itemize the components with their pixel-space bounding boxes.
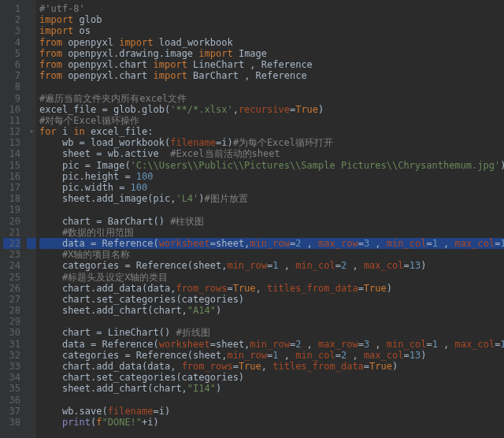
code-line[interactable]: from openpyxl import load_workbook — [39, 37, 504, 48]
code-line[interactable] — [39, 395, 504, 406]
code-line[interactable]: categories = Reference(sheet,min_row=1 ,… — [39, 350, 504, 361]
code-line[interactable]: excel_file = glob.glob('**/*.xlsx',recur… — [39, 104, 504, 115]
code-line[interactable]: print(f"DONE!"+i) — [39, 417, 504, 428]
line-number[interactable]: 31 — [3, 339, 20, 350]
code-line[interactable]: wb.save(filename=i) — [39, 406, 504, 417]
code-line[interactable]: categories = Reference(sheet,min_row=1 ,… — [39, 260, 504, 271]
code-line[interactable]: sheet.add_chart(chart,"A14") — [39, 305, 504, 316]
code-area[interactable]: #'utf-8'import globimport osfrom openpyx… — [36, 0, 504, 438]
code-line[interactable] — [39, 81, 504, 92]
token-op: = — [335, 260, 341, 271]
code-line[interactable]: #数据的引用范围 — [39, 227, 504, 238]
code-editor[interactable]: 1234567891011121314151617181920212223242… — [0, 0, 504, 438]
token-cmt: #X轴的项目名称 — [62, 249, 130, 260]
line-number-gutter[interactable]: 1234567891011121314151617181920212223242… — [0, 0, 27, 438]
code-line[interactable]: pic.width = 100 — [39, 182, 504, 193]
line-number[interactable]: 20 — [3, 216, 20, 227]
code-line[interactable]: chart = LineChart() #折线图 — [39, 327, 504, 338]
line-number[interactable]: 9 — [3, 93, 20, 104]
code-line[interactable]: wb = load_workbook(filename=i)#为每个Excel循… — [39, 137, 504, 148]
code-line[interactable]: #遍历当前文件夹内所有excel文件 — [39, 93, 504, 104]
line-number[interactable]: 18 — [3, 193, 20, 204]
line-number[interactable]: 29 — [3, 316, 20, 327]
line-number[interactable]: 38 — [3, 417, 20, 428]
code-line[interactable]: data = Reference(worksheet=sheet,min_row… — [39, 238, 504, 249]
line-number[interactable]: 17 — [3, 182, 20, 193]
code-line[interactable] — [39, 204, 504, 215]
token-id: data = Reference( — [62, 238, 159, 249]
code-line[interactable]: chart.set_categories(categories) — [39, 372, 504, 383]
line-number[interactable]: 23 — [3, 249, 20, 260]
line-number[interactable]: 25 — [3, 272, 20, 283]
code-line[interactable]: #标题头及设定X轴的类目 — [39, 272, 504, 283]
token-id: sheet = wb.active — [62, 148, 170, 159]
line-number[interactable]: 33 — [3, 361, 20, 372]
token-op: , — [369, 339, 387, 350]
token-num: 100 — [131, 182, 148, 193]
token-kw: from — [39, 48, 62, 59]
token-op: =sheet, — [210, 339, 250, 350]
token-op: = — [364, 361, 369, 372]
fold-marker[interactable]: ▾ — [27, 126, 36, 137]
line-number[interactable]: 30 — [3, 327, 20, 338]
token-num: 1 — [432, 238, 438, 249]
code-line[interactable]: from openpyxl.chart import BarChart , Re… — [39, 70, 504, 81]
line-number[interactable]: 10 — [3, 104, 20, 115]
code-line[interactable]: #X轴的项目名称 — [39, 249, 504, 260]
line-number[interactable]: 7 — [3, 70, 20, 81]
code-line[interactable]: import os — [39, 25, 504, 36]
line-number[interactable]: 28 — [3, 305, 20, 316]
line-number[interactable]: 26 — [3, 283, 20, 294]
code-line[interactable]: for i in excel_file: — [39, 126, 504, 137]
code-line[interactable]: chart.add_data(data,from_rows=True, titl… — [39, 283, 504, 294]
fold-marker — [27, 193, 36, 204]
line-number[interactable]: 27 — [3, 294, 20, 305]
code-line[interactable]: from openpyxl.drawing.image import Image — [39, 48, 504, 59]
line-number[interactable]: 16 — [3, 171, 20, 182]
fold-marker — [27, 70, 36, 81]
code-line[interactable]: pic.height = 100 — [39, 171, 504, 182]
line-number[interactable]: 4 — [3, 37, 20, 48]
code-line[interactable]: chart.add_data(data, from_rows=True, tit… — [39, 361, 504, 372]
line-number[interactable]: 19 — [3, 204, 20, 215]
token-arg: min_row — [227, 350, 267, 361]
code-line[interactable]: sheet = wb.active #Excel当前活动的sheet — [39, 148, 504, 159]
code-line[interactable] — [39, 316, 504, 327]
code-line[interactable]: pic = Image('C:\\Users\\Public\\Pictures… — [39, 160, 504, 171]
line-number[interactable]: 2 — [3, 14, 20, 25]
line-number[interactable]: 24 — [3, 260, 20, 271]
code-line[interactable]: data = Reference(worksheet=sheet,min_row… — [39, 339, 504, 350]
line-number[interactable]: 13 — [3, 137, 20, 148]
line-number[interactable]: 5 — [3, 48, 20, 59]
fold-column[interactable]: ▾ — [27, 0, 36, 438]
line-number[interactable]: 37 — [3, 406, 20, 417]
line-number[interactable]: 32 — [3, 350, 20, 361]
line-number[interactable]: 14 — [3, 148, 20, 159]
line-number[interactable]: 21 — [3, 227, 20, 238]
code-line[interactable]: import glob — [39, 14, 504, 25]
token-arg: worksheet — [159, 238, 210, 249]
line-number[interactable]: 36 — [3, 395, 20, 406]
line-number[interactable]: 35 — [3, 383, 20, 394]
token-arg: min_col — [295, 260, 335, 271]
code-line[interactable]: chart = BarChart() #柱状图 — [39, 216, 504, 227]
line-number[interactable]: 12 — [3, 126, 20, 137]
line-number[interactable]: 15 — [3, 160, 20, 171]
line-number[interactable]: 6 — [3, 59, 20, 70]
fold-marker — [27, 14, 36, 25]
line-number[interactable]: 3 — [3, 25, 20, 36]
line-number[interactable]: 34 — [3, 372, 20, 383]
fold-marker — [27, 294, 36, 305]
fold-marker — [27, 160, 36, 171]
code-line[interactable]: #'utf-8' — [39, 3, 504, 14]
code-line[interactable]: chart.set_categories(categories) — [39, 294, 504, 305]
fold-marker — [27, 350, 36, 361]
line-number[interactable]: 1 — [3, 3, 20, 14]
code-line[interactable]: sheet.add_chart(chart,"I14") — [39, 383, 504, 394]
code-line[interactable]: #对每个Excel循环操作 — [39, 115, 504, 126]
code-line[interactable]: from openpyxl.chart import LineChart , R… — [39, 59, 504, 70]
line-number[interactable]: 22 — [3, 238, 20, 249]
line-number[interactable]: 8 — [3, 81, 20, 92]
line-number[interactable]: 11 — [3, 115, 20, 126]
code-line[interactable]: sheet.add_image(pic,'L4')#图片放置 — [39, 193, 504, 204]
